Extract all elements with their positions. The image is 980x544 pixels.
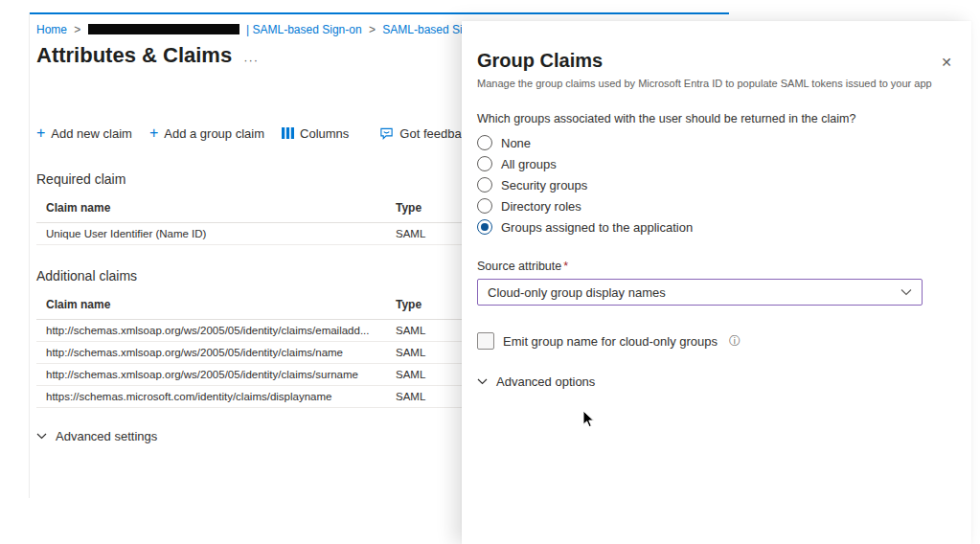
radio-label: Security groups — [501, 178, 587, 193]
toolbar: + Add new claim + Add a group claim Colu… — [36, 124, 463, 143]
add-group-claim-button[interactable]: + Add a group claim — [149, 126, 264, 141]
breadcrumb-home[interactable]: Home — [36, 23, 67, 36]
claim-name-cell: Unique User Identifier (Name ID) — [46, 228, 396, 239]
additional-claims-table: Claim name Type http://schemas.xmlsoap.o… — [36, 293, 463, 408]
breadcrumb-separator: > — [369, 23, 376, 36]
radio-label: Directory roles — [501, 199, 581, 214]
required-claim-heading: Required claim — [36, 171, 463, 187]
add-new-claim-button[interactable]: + Add new claim — [36, 126, 132, 141]
radio-option-directory-roles[interactable]: Directory roles — [477, 198, 952, 214]
radio-icon — [477, 219, 492, 235]
column-header-claim-name: Claim name — [46, 201, 396, 215]
radio-option-groups-assigned[interactable]: Groups assigned to the application — [477, 219, 952, 235]
column-header-type: Type — [396, 201, 455, 215]
advanced-options-label: Advanced options — [496, 374, 595, 389]
table-row[interactable]: Unique User Identifier (Name ID) SAML — [36, 223, 463, 245]
emit-group-name-checkbox[interactable] — [477, 332, 494, 350]
radio-icon — [477, 156, 492, 171]
column-header-type: Type — [396, 298, 455, 311]
claim-name-cell: https://schemas.microsoft.com/identity/c… — [46, 391, 396, 402]
table-row[interactable]: http://schemas.xmlsoap.org/ws/2005/05/id… — [36, 364, 463, 386]
additional-claims-heading: Additional claims — [36, 268, 463, 283]
table-row[interactable]: http://schemas.xmlsoap.org/ws/2005/05/id… — [36, 320, 463, 342]
radio-icon — [477, 198, 492, 214]
radio-option-security-groups[interactable]: Security groups — [477, 177, 952, 193]
breadcrumb: Home > | SAML-based Sign-on > SAML-based… — [36, 23, 463, 36]
claim-type-cell: SAML — [396, 325, 455, 336]
redacted-app-name — [88, 24, 239, 34]
feedback-icon — [379, 126, 394, 141]
panel-description: Manage the group claims used by Microsof… — [477, 78, 952, 89]
source-attribute-label: Source attribute* — [477, 260, 952, 273]
mouse-cursor — [582, 410, 595, 432]
close-icon[interactable]: ✕ — [941, 56, 952, 69]
columns-button[interactable]: Columns — [282, 126, 349, 141]
page-top-accent-line — [29, 12, 729, 14]
advanced-settings-toggle[interactable]: Advanced settings — [36, 429, 463, 443]
table-row[interactable]: http://schemas.xmlsoap.org/ws/2005/05/id… — [36, 342, 463, 364]
group-claims-panel: ✕ Group Claims Manage the group claims u… — [462, 21, 971, 544]
group-type-radio-group: None All groups Security groups Director… — [477, 135, 952, 235]
source-attribute-text: Source attribute — [477, 260, 561, 273]
add-new-claim-label: Add new claim — [51, 126, 132, 141]
group-claim-question: Which groups associated with the user sh… — [477, 112, 952, 125]
context-menu-button[interactable]: ··· — [243, 53, 259, 67]
emit-group-name-label: Emit group name for cloud-only groups — [503, 334, 718, 349]
attributes-claims-page: Home > | SAML-based Sign-on > SAML-based… — [36, 19, 463, 443]
claim-name-cell: http://schemas.xmlsoap.org/ws/2005/05/id… — [46, 325, 396, 336]
advanced-settings-label: Advanced settings — [56, 429, 157, 443]
required-claim-table: Claim name Type Unique User Identifier (… — [36, 196, 463, 245]
claim-type-cell: SAML — [396, 369, 455, 380]
required-asterisk: * — [563, 260, 568, 273]
source-attribute-dropdown[interactable]: Cloud-only group display names — [477, 279, 923, 306]
chevron-down-icon — [900, 288, 912, 296]
table-header: Claim name Type — [36, 293, 463, 320]
claim-name-cell: http://schemas.xmlsoap.org/ws/2005/05/id… — [46, 347, 396, 358]
radio-icon — [477, 177, 492, 193]
radio-option-none[interactable]: None — [477, 135, 952, 150]
columns-label: Columns — [300, 126, 349, 141]
radio-option-all-groups[interactable]: All groups — [477, 156, 952, 171]
columns-icon — [282, 127, 294, 139]
info-icon[interactable]: ⓘ — [729, 333, 741, 350]
emit-group-name-row: Emit group name for cloud-only groups ⓘ — [477, 332, 952, 350]
panel-title: Group Claims — [477, 50, 952, 72]
radio-label: None — [501, 136, 531, 150]
page-left-border — [29, 12, 30, 498]
radio-label: All groups — [501, 157, 557, 171]
claim-type-cell: SAML — [396, 391, 455, 402]
chevron-down-icon — [477, 378, 488, 385]
breadcrumb-separator: > — [74, 23, 80, 36]
radio-icon — [477, 135, 492, 150]
dropdown-selected-value: Cloud-only group display names — [488, 285, 666, 300]
column-header-claim-name: Claim name — [46, 298, 396, 311]
radio-label: Groups assigned to the application — [501, 220, 693, 235]
claim-type-cell: SAML — [396, 347, 455, 358]
page-title: Attributes & Claims — [36, 43, 232, 68]
chevron-down-icon — [36, 433, 47, 440]
table-row[interactable]: https://schemas.microsoft.com/identity/c… — [36, 386, 463, 408]
claim-name-cell: http://schemas.xmlsoap.org/ws/2005/05/id… — [46, 369, 396, 380]
plus-icon: + — [36, 126, 45, 140]
plus-icon: + — [149, 126, 158, 140]
breadcrumb-app-link[interactable]: | SAML-based Sign-on — [246, 23, 362, 36]
table-header: Claim name Type — [36, 196, 463, 223]
claim-type-cell: SAML — [396, 228, 455, 239]
screen: Home > | SAML-based Sign-on > SAML-based… — [0, 0, 980, 544]
add-group-claim-label: Add a group claim — [164, 126, 264, 141]
advanced-options-toggle[interactable]: Advanced options — [477, 374, 952, 389]
